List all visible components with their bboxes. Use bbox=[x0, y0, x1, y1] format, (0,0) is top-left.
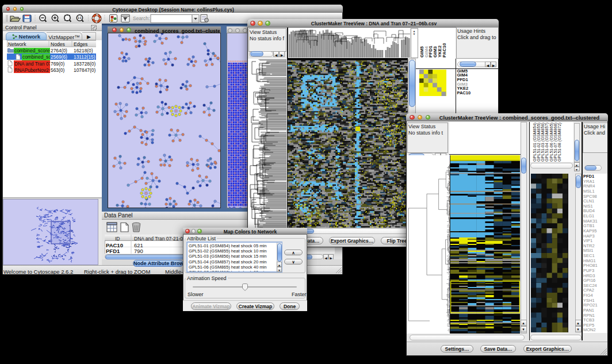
svg-text:PAC10: PAC10 bbox=[442, 43, 447, 58]
svg-text:GPL51-08 (GSM872): GPL51-08 (GSM872) bbox=[557, 122, 562, 162]
svg-text:Search:: Search: bbox=[133, 16, 150, 21]
svg-text:1:1: 1:1 bbox=[78, 17, 82, 20]
